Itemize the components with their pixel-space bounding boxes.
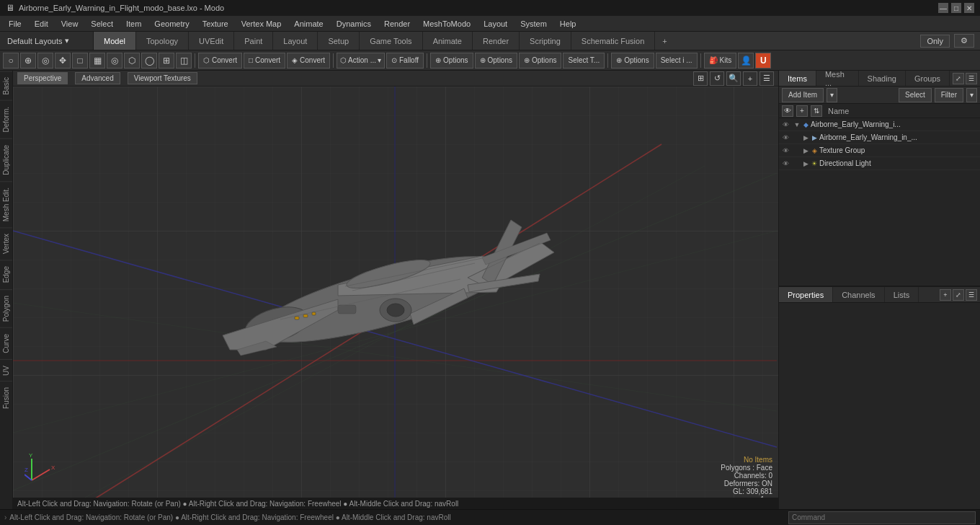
tab-paint[interactable]: Paint	[234, 32, 273, 50]
close-button[interactable]: ✕	[964, 3, 974, 13]
perspective-btn[interactable]: Perspective	[17, 72, 68, 84]
viewport-canvas[interactable]: X Y Z No Items Polygons : Face Channels:…	[13, 87, 778, 509]
tab-game-tools[interactable]: Game Tools	[360, 32, 423, 50]
add-col-btn[interactable]: +	[796, 105, 808, 117]
menu-item-layout[interactable]: Layout	[478, 18, 513, 30]
visibility-icon[interactable]: 👁	[780, 159, 790, 169]
select-transform-button[interactable]: Select T...	[563, 53, 605, 69]
menu-item-file[interactable]: File	[3, 18, 27, 30]
filter-button[interactable]: Filter	[935, 88, 963, 102]
advanced-btn[interactable]: Advanced	[75, 72, 120, 84]
filter-dropdown[interactable]: ▾	[966, 88, 977, 102]
convert-button-0[interactable]: ⬡Convert	[198, 53, 242, 69]
expand-icon[interactable]: ▼	[793, 120, 801, 130]
add-item-dropdown[interactable]: ▾	[827, 88, 837, 102]
maximize-button[interactable]: □	[951, 3, 961, 13]
tab-topology[interactable]: Topology	[136, 32, 189, 50]
convert-button-1[interactable]: □Convert	[244, 53, 285, 69]
select-items-button[interactable]: Select i ...	[656, 53, 698, 69]
sidebar-tab-uv[interactable]: UV	[0, 359, 12, 381]
tab-model[interactable]: Model	[94, 32, 136, 50]
sidebar-tab-mesh-edit[interactable]: Mesh Edit.	[0, 181, 12, 227]
properties-tab[interactable]: Properties	[779, 287, 833, 302]
toolbar-icon-5[interactable]: ▦	[89, 53, 105, 69]
menu-item-texture[interactable]: Texture	[197, 18, 234, 30]
minimize-button[interactable]: —	[938, 3, 948, 13]
sidebar-tab-duplicate[interactable]: Duplicate	[0, 138, 12, 181]
expand-icon[interactable]: ▶	[802, 159, 809, 169]
options-button-2[interactable]: ⊕Options	[519, 53, 561, 69]
tab-setup[interactable]: Setup	[318, 32, 360, 50]
list-item[interactable]: 👁 ▼ ◆ Airborne_Early_Warning_i...	[779, 118, 980, 131]
toolbar-icon-4[interactable]: □	[72, 53, 88, 69]
expand-icon[interactable]: ▶	[802, 146, 809, 156]
options-button-0[interactable]: ⊕Options	[430, 53, 473, 69]
menu-item-system[interactable]: System	[514, 18, 553, 30]
sidebar-tab-fusion[interactable]: Fusion	[0, 381, 12, 415]
props-expand-btn[interactable]: ⤢	[953, 289, 964, 301]
sidebar-tab-basic[interactable]: Basic	[0, 71, 12, 100]
tab-scripting[interactable]: Scripting	[520, 32, 571, 50]
toolbar-icon-6[interactable]: ◎	[107, 53, 122, 69]
tab-schematic-fusion[interactable]: Schematic Fusion	[571, 32, 655, 50]
toolbar-icon-9[interactable]: ⊞	[159, 53, 174, 69]
view-search-btn[interactable]: 🔍	[726, 71, 741, 86]
options-button-extra[interactable]: ⊕Options	[611, 53, 654, 69]
command-input[interactable]	[788, 511, 976, 524]
props-plus-btn[interactable]: +	[940, 289, 951, 301]
expand-icon[interactable]: ▶	[802, 133, 809, 143]
modo-logo-button[interactable]: U	[755, 53, 771, 69]
toolbar-icon-8[interactable]: ◯	[141, 53, 157, 69]
select-button[interactable]: Select	[899, 88, 932, 102]
titlebar-controls[interactable]: — □ ✕	[938, 3, 974, 13]
visibility-icon[interactable]: 👁	[780, 146, 790, 156]
kits-button[interactable]: 🎒Kits	[704, 53, 737, 69]
toolbar-icon-3[interactable]: ✥	[55, 53, 71, 69]
panel-expand-btn[interactable]: ⤢	[953, 73, 964, 84]
user-avatar-button[interactable]: 👤	[738, 53, 754, 69]
menu-item-vertex map[interactable]: Vertex Map	[236, 18, 288, 30]
list-item[interactable]: 👁 ▶ ☀ Directional Light	[779, 157, 980, 170]
lists-tab[interactable]: Lists	[885, 287, 919, 302]
items-list[interactable]: 👁 ▼ ◆ Airborne_Early_Warning_i... 👁 ▶ ▶ …	[779, 118, 980, 286]
toolbar-icon-2[interactable]: ◎	[37, 53, 53, 69]
list-item[interactable]: 👁 ▶ ▶ Airborne_Early_Warning_in_...	[779, 131, 980, 144]
add-item-button[interactable]: Add Item	[782, 88, 824, 102]
only-button[interactable]: Only	[920, 35, 950, 48]
sidebar-tab-curve[interactable]: Curve	[0, 327, 12, 359]
view-lock-btn[interactable]: ⊞	[693, 71, 708, 86]
menu-item-animate[interactable]: Animate	[288, 18, 329, 30]
tab-mesh[interactable]: Mesh ...	[816, 71, 859, 86]
convert-button-2[interactable]: ◈Convert	[287, 53, 330, 69]
view-reset-btn[interactable]: ↺	[710, 71, 724, 86]
toolbar-icon-1[interactable]: ⊕	[20, 53, 36, 69]
list-item[interactable]: 👁 ▶ ◈ Texture Group	[779, 144, 980, 157]
view-fit-btn[interactable]: +	[743, 71, 757, 86]
tab-animate[interactable]: Animate	[423, 32, 473, 50]
layouts-dropdown[interactable]: Default Layouts ▾	[0, 32, 94, 50]
visibility-icon[interactable]: 👁	[780, 120, 790, 130]
eye-header-btn[interactable]: 👁	[782, 105, 793, 117]
tab-shading[interactable]: Shading	[859, 71, 906, 86]
action-dropdown[interactable]: ⬡Action ...▾	[337, 53, 385, 69]
tab-render[interactable]: Render	[473, 32, 520, 50]
toolbar-icon-0[interactable]: ○	[3, 53, 19, 69]
view-menu-btn[interactable]: ☰	[760, 71, 774, 86]
toolbar-icon-10[interactable]: ◫	[176, 53, 192, 69]
menu-item-view[interactable]: View	[55, 18, 84, 30]
menu-item-geometry[interactable]: Geometry	[148, 18, 195, 30]
tab-layout[interactable]: Layout	[273, 32, 318, 50]
sidebar-tab-edge[interactable]: Edge	[0, 260, 12, 288]
panel-menu-btn[interactable]: ☰	[966, 73, 977, 84]
gear-button[interactable]: ⚙	[954, 34, 974, 48]
tab-items[interactable]: Items	[779, 71, 816, 86]
menu-item-help[interactable]: Help	[554, 18, 582, 30]
menu-item-item[interactable]: Item	[120, 18, 147, 30]
viewport-textures-btn[interactable]: Viewport Textures	[128, 72, 197, 84]
menu-item-dynamics[interactable]: Dynamics	[331, 18, 377, 30]
add-tab-button[interactable]: +	[655, 32, 674, 50]
menu-item-edit[interactable]: Edit	[29, 18, 54, 30]
menu-item-meshtomodo[interactable]: MeshToModo	[417, 18, 476, 30]
menu-item-render[interactable]: Render	[378, 18, 416, 30]
visibility-icon[interactable]: 👁	[780, 133, 790, 143]
